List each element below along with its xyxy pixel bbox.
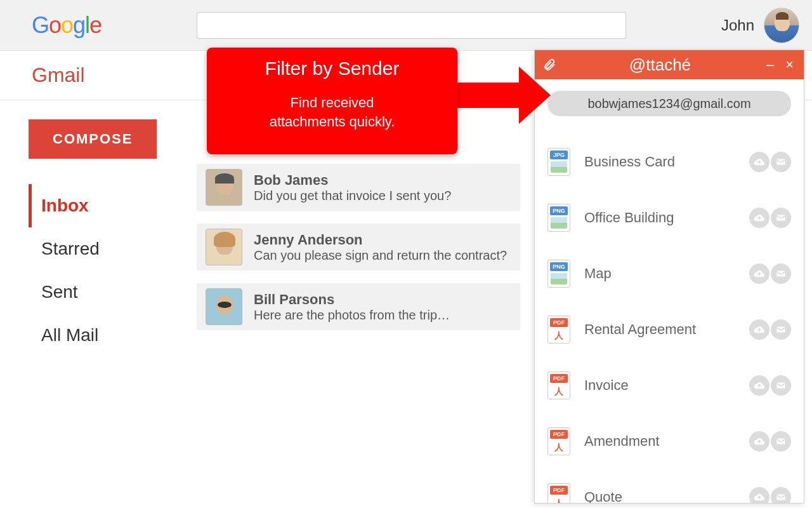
- minimize-button[interactable]: –: [764, 57, 776, 73]
- gmail-label[interactable]: Gmail: [0, 64, 85, 87]
- email-item[interactable]: Bill ParsonsHere are the photos from the…: [197, 283, 520, 330]
- callout-text: Find receivedattachments quickly.: [219, 93, 445, 131]
- attachment-name: Amendment: [584, 433, 735, 450]
- attachment-item[interactable]: JPGBusiness Card: [547, 134, 791, 190]
- attachment-name: Invoice: [584, 377, 735, 394]
- user-name: John: [721, 17, 754, 34]
- attachment-list: JPGBusiness CardPNGOffice BuildingPNGMap…: [535, 128, 804, 503]
- file-type-icon: PDF: [547, 427, 570, 455]
- save-to-cloud-button[interactable]: [749, 264, 769, 284]
- logo-letter: o: [61, 12, 73, 38]
- file-type-icon: PDF: [547, 316, 570, 344]
- attachment-name: Rental Agreement: [584, 321, 735, 338]
- sender-avatar: [206, 229, 242, 265]
- attachment-name: Map: [584, 265, 735, 282]
- attachment-actions: [749, 152, 791, 172]
- close-button[interactable]: ×: [783, 57, 796, 73]
- email-preview: Can you please sign and return the contr…: [254, 248, 511, 263]
- filter-by-sender-input[interactable]: [547, 91, 791, 116]
- attachment-actions: [749, 487, 791, 503]
- save-to-cloud-button[interactable]: [749, 319, 769, 340]
- email-preview: Here are the photos from the trip…: [254, 308, 511, 323]
- tutorial-callout: Filter by Sender Find receivedattachment…: [207, 48, 457, 154]
- sender-avatar: [206, 169, 242, 206]
- attache-panel: @ttaché – × JPGBusiness CardPNGOffice Bu…: [534, 50, 804, 504]
- send-email-button[interactable]: [771, 431, 791, 451]
- save-to-cloud-button[interactable]: [749, 375, 769, 396]
- attachment-actions: [749, 431, 791, 451]
- email-sender: Jenny Anderson: [254, 232, 511, 248]
- user-area: John: [721, 8, 799, 43]
- email-preview: Did you get that invoice I sent you?: [254, 189, 511, 203]
- attachment-actions: [749, 319, 791, 340]
- sidebar-item-inbox[interactable]: Inbox: [29, 184, 184, 227]
- attachment-name: Business Card: [584, 154, 735, 170]
- file-type-icon: JPG: [547, 148, 570, 176]
- attachment-actions: [749, 208, 791, 228]
- send-email-button[interactable]: [771, 319, 791, 340]
- logo-letter: o: [49, 12, 61, 38]
- attachment-item[interactable]: PDFQuote: [547, 469, 791, 503]
- save-to-cloud-button[interactable]: [749, 487, 769, 503]
- email-item[interactable]: Bob JamesDid you get that invoice I sent…: [197, 164, 520, 211]
- attachment-item[interactable]: PDFRental Agreement: [547, 302, 791, 358]
- send-email-button[interactable]: [771, 375, 791, 396]
- email-text: Bob JamesDid you get that invoice I sent…: [254, 172, 511, 203]
- logo-letter: g: [73, 12, 85, 38]
- compose-button[interactable]: COMPOSE: [29, 119, 157, 159]
- email-list: Bob JamesDid you get that invoice I sent…: [197, 100, 520, 508]
- file-type-icon: PDF: [547, 483, 570, 503]
- callout-title: Filter by Sender: [219, 58, 445, 79]
- attachment-item[interactable]: PNGOffice Building: [547, 190, 791, 246]
- attachment-actions: [749, 264, 791, 284]
- email-text: Bill ParsonsHere are the photos from the…: [254, 291, 511, 323]
- file-type-icon: PNG: [547, 260, 570, 288]
- sender-avatar: [206, 288, 242, 325]
- sidebar-item-starred[interactable]: Starred: [29, 227, 184, 271]
- logo-letter: e: [89, 12, 102, 38]
- sidebar-item-all-mail[interactable]: All Mail: [29, 314, 184, 357]
- logo-letter: G: [32, 12, 49, 38]
- search-input[interactable]: [197, 12, 626, 39]
- email-item[interactable]: Jenny AndersonCan you please sign and re…: [197, 224, 520, 271]
- callout-arrow: [457, 83, 520, 108]
- attachment-name: Office Building: [584, 210, 735, 226]
- panel-title: @ttaché: [563, 55, 757, 75]
- panel-header: @ttaché – ×: [535, 50, 804, 79]
- sidebar-item-sent[interactable]: Sent: [29, 271, 184, 314]
- save-to-cloud-button[interactable]: [749, 152, 769, 172]
- attachment-item[interactable]: PNGMap: [547, 246, 791, 302]
- header: Google John: [0, 0, 812, 51]
- file-type-icon: PDF: [547, 371, 570, 399]
- attachment-name: Quote: [584, 489, 735, 503]
- save-to-cloud-button[interactable]: [749, 431, 769, 451]
- sidebar: COMPOSE InboxStarredSentAll Mail: [0, 100, 197, 508]
- attachment-item[interactable]: PDFInvoice: [547, 358, 791, 413]
- email-text: Jenny AndersonCan you please sign and re…: [254, 232, 511, 263]
- attachment-item[interactable]: PDFAmendment: [547, 413, 791, 469]
- send-email-button[interactable]: [771, 487, 791, 503]
- email-sender: Bob James: [254, 172, 511, 189]
- save-to-cloud-button[interactable]: [749, 208, 769, 228]
- file-type-icon: PNG: [547, 204, 570, 232]
- user-avatar[interactable]: [764, 8, 799, 43]
- send-email-button[interactable]: [771, 152, 791, 172]
- send-email-button[interactable]: [771, 208, 791, 228]
- send-email-button[interactable]: [771, 264, 791, 284]
- google-logo[interactable]: Google: [32, 12, 102, 39]
- email-sender: Bill Parsons: [254, 291, 511, 308]
- attachment-actions: [749, 375, 791, 396]
